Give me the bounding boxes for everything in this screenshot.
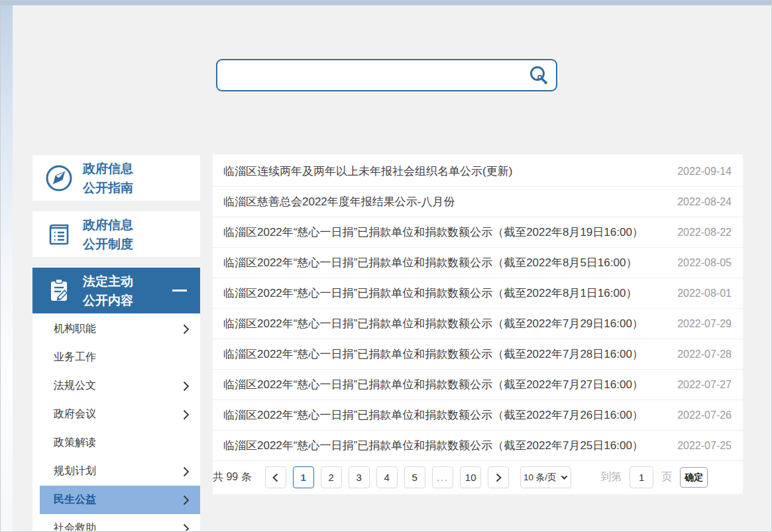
- sidebar-item[interactable]: 法规公文: [32, 372, 200, 400]
- announcement-title[interactable]: 临淄区慈善总会2022年度年报结果公示-八月份: [223, 194, 664, 209]
- sidebar-section-label: 政府信息 公开指南: [83, 159, 133, 197]
- sidebar-item-label: 机构职能: [54, 322, 183, 336]
- compass-icon: [44, 163, 74, 193]
- sidebar-item[interactable]: 民生公益: [40, 486, 200, 514]
- chevron-right-icon: [183, 381, 190, 392]
- chevron-down-icon: [561, 475, 568, 480]
- chevron-right-icon: [496, 473, 502, 482]
- page-number-button[interactable]: 2: [321, 466, 342, 488]
- announcement-rows: 临淄区连续两年及两年以上未年报社会组织名单公示(更新) 2022-09-14 临…: [213, 156, 743, 461]
- page-size-value: 10 条/页: [524, 472, 557, 484]
- page-number-buttons: 12345...10: [293, 466, 488, 488]
- goto-page-input[interactable]: [630, 466, 653, 488]
- page-number-button[interactable]: 1: [293, 466, 314, 488]
- announcement-row[interactable]: 临淄区2022年“慈心一日捐”已捐款单位和捐款数额公示（截至2022年7月25日…: [213, 431, 743, 461]
- page-number-button[interactable]: 3: [349, 466, 370, 488]
- sidebar-item[interactable]: 机构职能: [32, 315, 200, 343]
- chevron-right-icon: [183, 409, 190, 420]
- sidebar-item[interactable]: 规划计划: [32, 457, 200, 486]
- search-button[interactable]: [524, 60, 556, 90]
- search-box: [216, 59, 557, 91]
- announcement-panel: 临淄区连续两年及两年以上未年报社会组织名单公示(更新) 2022-09-14 临…: [213, 154, 743, 494]
- sidebar-section-label: 法定主动 公开内容: [83, 272, 133, 310]
- announcement-row[interactable]: 临淄区2022年“慈心一日捐”已捐款单位和捐款数额公示（截至2022年7月27日…: [213, 370, 743, 400]
- register-book-icon: [44, 219, 74, 250]
- announcement-date: 2022-07-27: [677, 379, 732, 391]
- announcement-title[interactable]: 临淄区2022年“慈心一日捐”已捐款单位和捐款数额公示（截至2022年7月25日…: [223, 438, 664, 453]
- announcement-row[interactable]: 临淄区2022年“慈心一日捐”已捐款单位和捐款数额公示（截至2022年7月28日…: [213, 339, 743, 370]
- goto-page-suffix: 页: [661, 470, 672, 484]
- sidebar-item[interactable]: 政府会议: [32, 400, 200, 429]
- announcement-date: 2022-07-26: [677, 409, 732, 421]
- page-number-button[interactable]: 10: [460, 466, 481, 488]
- sidebar-item-label: 政府会议: [54, 407, 183, 421]
- page-size-select[interactable]: 10 条/页: [520, 466, 571, 488]
- announcement-row[interactable]: 临淄区连续两年及两年以上未年报社会组织名单公示(更新) 2022-09-14: [213, 156, 743, 187]
- announcement-title[interactable]: 临淄区2022年“慈心一日捐”已捐款单位和捐款数额公示（截至2022年7月29日…: [223, 316, 664, 331]
- sidebar-item[interactable]: 社会救助: [32, 514, 200, 531]
- sidebar-submenu: 机构职能 业务工作 法规公文: [32, 315, 200, 531]
- next-page-button[interactable]: [488, 466, 509, 488]
- clipboard-pen-icon: [44, 276, 74, 306]
- announcement-date: 2022-08-05: [677, 257, 732, 269]
- chevron-right-icon: [183, 495, 190, 505]
- announcement-date: 2022-08-22: [677, 227, 732, 239]
- announcement-row[interactable]: 临淄区2022年“慈心一日捐”已捐款单位和捐款数额公示（截至2022年8月1日1…: [213, 278, 743, 309]
- announcement-row[interactable]: 临淄区慈善总会2022年度年报结果公示-八月份 2022-08-24: [213, 187, 743, 217]
- announcement-title[interactable]: 临淄区2022年“慈心一日捐”已捐款单位和捐款数额公示（截至2022年8月5日1…: [223, 255, 664, 270]
- chevron-right-icon: [183, 438, 190, 449]
- chevron-right-icon: [183, 324, 190, 335]
- announcement-title[interactable]: 临淄区连续两年及两年以上未年报社会组织名单公示(更新): [223, 164, 664, 179]
- page-number-button[interactable]: 5: [404, 466, 425, 488]
- announcement-title[interactable]: 临淄区2022年“慈心一日捐”已捐款单位和捐款数额公示（截至2022年8月19日…: [223, 225, 664, 240]
- pagination-bar: 共 99 条 12345...10 10 条/页: [213, 461, 743, 494]
- announcement-row[interactable]: 临淄区2022年“慈心一日捐”已捐款单位和捐款数额公示（截至2022年7月29日…: [213, 309, 743, 339]
- search-input[interactable]: [217, 60, 524, 90]
- page-number-button[interactable]: 4: [376, 466, 398, 488]
- search-icon: [528, 65, 549, 86]
- sidebar-section-label: 政府信息 公开制度: [83, 215, 133, 254]
- announcement-row[interactable]: 临淄区2022年“慈心一日捐”已捐款单位和捐款数额公示（截至2022年8月5日1…: [213, 248, 743, 278]
- announcement-date: 2022-07-29: [677, 318, 732, 330]
- chevron-right-icon: [183, 466, 190, 477]
- sidebar-item[interactable]: 政策解读: [32, 429, 200, 457]
- confirm-button[interactable]: 确定: [680, 467, 708, 488]
- chevron-left-icon: [272, 473, 278, 482]
- collapse-minus-icon[interactable]: [172, 290, 187, 292]
- announcement-date: 2022-07-28: [677, 348, 732, 360]
- announcement-date: 2022-09-14: [677, 166, 732, 178]
- sidebar-section-gov-info-system[interactable]: 政府信息 公开制度: [32, 211, 200, 257]
- chevron-right-icon: [183, 523, 190, 531]
- top-strip: [1, 1, 771, 5]
- sidebar-item[interactable]: 业务工作: [32, 343, 200, 372]
- announcement-title[interactable]: 临淄区2022年“慈心一日捐”已捐款单位和捐款数额公示（截至2022年7月26日…: [223, 407, 664, 423]
- left-gradient-strip: [1, 5, 13, 532]
- announcement-title[interactable]: 临淄区2022年“慈心一日捐”已捐款单位和捐款数额公示（截至2022年7月28日…: [223, 346, 664, 362]
- sidebar-item-label: 业务工作: [54, 350, 183, 364]
- total-count: 共 99 条: [213, 470, 252, 484]
- sidebar-item-label: 规划计划: [54, 464, 183, 478]
- sidebar-item-label: 民生公益: [54, 493, 183, 507]
- page: 政府信息 公开指南 政府信息 公开制度: [0, 0, 772, 532]
- announcement-title[interactable]: 临淄区2022年“慈心一日捐”已捐款单位和捐款数额公示（截至2022年7月27日…: [223, 377, 664, 392]
- goto-page-prefix: 到第: [600, 470, 622, 484]
- announcement-row[interactable]: 临淄区2022年“慈心一日捐”已捐款单位和捐款数额公示（截至2022年8月19日…: [213, 217, 743, 248]
- announcement-date: 2022-08-24: [677, 196, 732, 208]
- sidebar-item-label: 法规公文: [54, 379, 183, 393]
- sidebar-section-statutory-disclosure[interactable]: 法定主动 公开内容: [32, 268, 200, 313]
- sidebar-item-label: 社会救助: [54, 521, 183, 531]
- chevron-right-icon: [183, 352, 190, 363]
- sidebar-item-label: 政策解读: [54, 436, 183, 450]
- sidebar-section-gov-info-guide[interactable]: 政府信息 公开指南: [32, 155, 200, 201]
- announcement-date: 2022-07-25: [677, 440, 732, 452]
- prev-page-button[interactable]: [265, 466, 286, 488]
- announcement-date: 2022-08-01: [677, 288, 732, 299]
- announcement-row[interactable]: 临淄区2022年“慈心一日捐”已捐款单位和捐款数额公示（截至2022年7月26日…: [213, 400, 743, 431]
- page-number-button[interactable]: ...: [432, 466, 454, 488]
- announcement-title[interactable]: 临淄区2022年“慈心一日捐”已捐款单位和捐款数额公示（截至2022年8月1日1…: [223, 286, 664, 301]
